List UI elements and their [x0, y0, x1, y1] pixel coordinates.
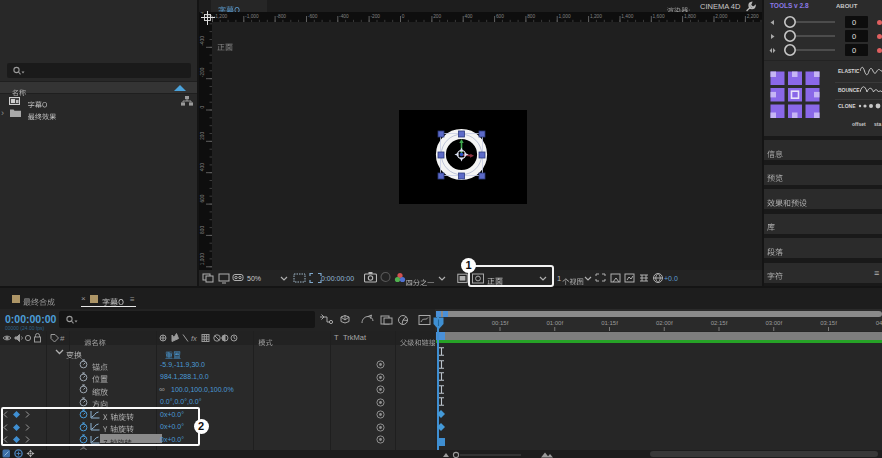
- svg-text:00:15f: 00:15f: [492, 320, 509, 326]
- svg-text:200: 200: [200, 131, 205, 139]
- svg-text:01:00f: 01:00f: [546, 320, 563, 326]
- svg-text:400: 400: [465, 14, 473, 19]
- svg-text:1,000: 1,000: [200, 253, 205, 265]
- svg-text:800: 800: [200, 226, 205, 234]
- svg-text:0: 0: [402, 14, 405, 19]
- svg-text:fx: fx: [191, 334, 197, 343]
- svg-text:-200: -200: [370, 14, 380, 19]
- svg-text:1,800: 1,800: [684, 14, 696, 19]
- svg-text:600: 600: [200, 194, 205, 202]
- svg-text:-800: -800: [276, 14, 286, 19]
- svg-text:02:15f: 02:15f: [711, 320, 728, 326]
- svg-text:400: 400: [200, 163, 205, 171]
- svg-text:2,200: 2,200: [747, 14, 759, 19]
- svg-text:1,200: 1,200: [590, 14, 602, 19]
- svg-text:-600: -600: [308, 14, 318, 19]
- svg-text:03:15f: 03:15f: [820, 320, 837, 326]
- svg-text:-400: -400: [339, 14, 349, 19]
- svg-text:-200: -200: [200, 67, 205, 77]
- svg-text:1,000: 1,000: [559, 14, 571, 19]
- svg-text:-1,200: -1,200: [214, 14, 228, 19]
- svg-text:04:00: 04:00: [876, 320, 882, 326]
- svg-text:-400: -400: [200, 36, 205, 46]
- svg-text:0: 0: [200, 106, 205, 109]
- svg-text:2,000: 2,000: [715, 14, 727, 19]
- svg-text:1,600: 1,600: [653, 14, 665, 19]
- svg-text:1,400: 1,400: [621, 14, 633, 19]
- svg-text:#: #: [60, 334, 65, 343]
- svg-text:-1,000: -1,000: [245, 14, 259, 19]
- svg-text:800: 800: [527, 14, 535, 19]
- svg-text:02:00f: 02:00f: [656, 320, 673, 326]
- svg-text:01:15f: 01:15f: [601, 320, 618, 326]
- svg-text:200: 200: [433, 14, 441, 19]
- svg-text:600: 600: [496, 14, 504, 19]
- svg-text:03:00f: 03:00f: [765, 320, 782, 326]
